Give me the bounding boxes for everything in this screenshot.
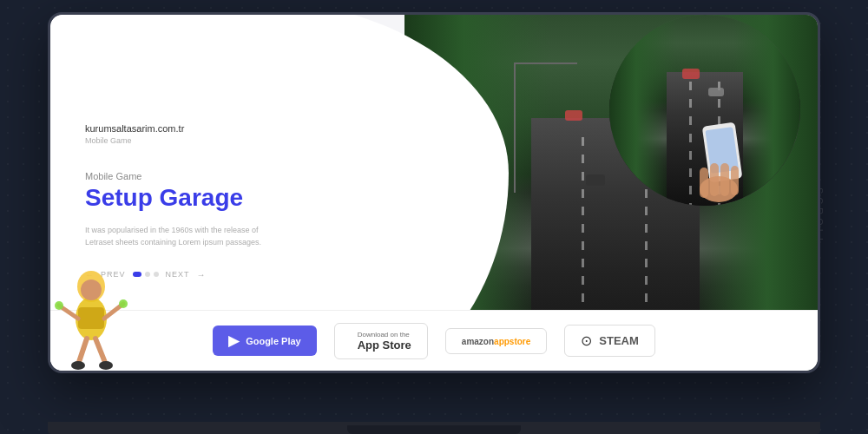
google-play-button[interactable]: ▶ Google Play (213, 326, 317, 356)
nav-next-label[interactable]: NEXT (166, 270, 190, 279)
game-title: Setup Garage (85, 185, 507, 212)
nav-next-arrow[interactable]: → (197, 270, 206, 279)
nav-dot-1[interactable] (133, 272, 141, 277)
svg-rect-3 (700, 168, 708, 198)
dancer-figure (52, 271, 130, 375)
svg-point-14 (119, 299, 128, 308)
steam-button[interactable]: ⊙ STEAM (564, 325, 655, 357)
svg-point-13 (55, 301, 63, 310)
svg-point-10 (81, 279, 102, 300)
svg-rect-6 (731, 166, 739, 195)
site-url: kurumsaltasarim.com.tr (85, 123, 507, 134)
hand-phone-svg (684, 107, 753, 202)
car1 (565, 110, 582, 121)
amazon-label: amazonappstore (462, 336, 530, 346)
game-description: It was popularised in the 1960s with the… (85, 224, 276, 249)
app-store-button[interactable]: Download on the App Store (334, 323, 428, 359)
car3 (586, 174, 605, 186)
laptop-stand (347, 425, 521, 434)
nav-dot-3[interactable] (154, 272, 159, 277)
google-play-label: Google Play (246, 336, 301, 346)
amazon-button[interactable]: amazonappstore (445, 328, 547, 354)
steam-label: STEAM (599, 334, 639, 347)
app-store-small: Download on the (358, 331, 411, 339)
nav-dot-2[interactable] (145, 272, 150, 277)
app-store-label: App Store (358, 339, 411, 352)
svg-rect-9 (78, 307, 104, 329)
svg-point-17 (71, 361, 85, 370)
steam-icon: ⊙ (581, 332, 592, 349)
svg-point-18 (99, 361, 113, 370)
store-bar: ▶ Google Play Download on the App Store … (50, 310, 818, 371)
nav-controls: ← PREV NEXT → (85, 270, 507, 279)
site-subtitle: Mobile Game (85, 136, 507, 145)
svg-rect-4 (710, 163, 719, 196)
circle-frame (609, 15, 800, 206)
laptop-screen: kurumsaltasarim.com.tr Mobile Game Mobil… (50, 15, 818, 371)
laptop-frame: kurumsaltasarim.com.tr Mobile Game Mobil… (48, 12, 820, 373)
nav-dots (133, 272, 159, 277)
game-category: Mobile Game (85, 171, 507, 181)
dancer-svg (52, 271, 130, 375)
svg-line-15 (78, 339, 87, 365)
light-arm-left (514, 62, 577, 64)
app-store-text: Download on the App Store (358, 331, 411, 352)
svg-rect-5 (720, 163, 729, 196)
light-post-left (514, 62, 516, 194)
svg-line-16 (95, 339, 106, 365)
google-play-icon: ▶ (228, 332, 239, 349)
